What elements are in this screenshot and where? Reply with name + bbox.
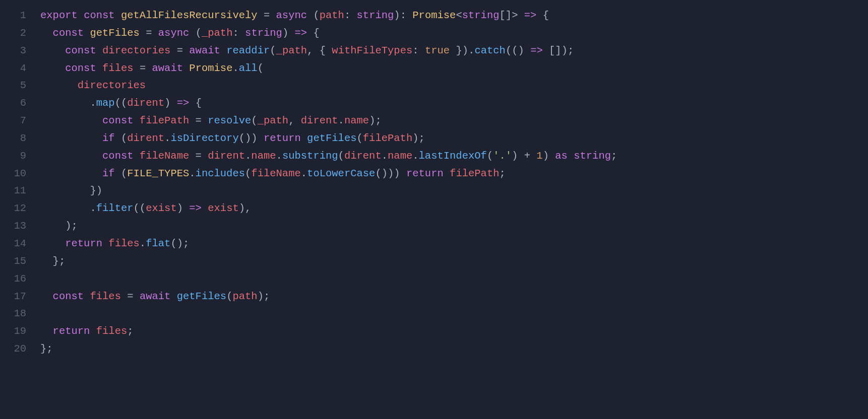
code-line[interactable]: 11 })	[0, 182, 868, 200]
code-content[interactable]: .map((dirent) => {	[40, 95, 868, 112]
code-line[interactable]: 10 if (FILE_TYPES.includes(fileName.toLo…	[0, 165, 868, 183]
code-line[interactable]: 6 .map((dirent) => {	[0, 95, 868, 112]
code-content[interactable]: .filter((exist) => exist),	[40, 200, 868, 218]
code-content[interactable]: );	[40, 218, 868, 235]
code-line[interactable]: 16	[0, 270, 868, 288]
line-number: 10	[0, 165, 40, 183]
line-number: 12	[0, 200, 40, 218]
code-line[interactable]: 4 const files = await Promise.all(	[0, 60, 868, 78]
line-number: 9	[0, 148, 40, 165]
line-number: 2	[0, 25, 40, 42]
code-content[interactable]: const getFiles = async (_path: string) =…	[40, 25, 868, 42]
code-editor[interactable]: 1 export const getAllFilesRecursively = …	[0, 7, 868, 358]
code-line[interactable]: 1 export const getAllFilesRecursively = …	[0, 7, 868, 25]
code-content[interactable]: export const getAllFilesRecursively = as…	[40, 7, 868, 25]
code-line[interactable]: 13 );	[0, 218, 868, 235]
line-number: 19	[0, 323, 40, 340]
line-number: 4	[0, 60, 40, 78]
line-number: 8	[0, 130, 40, 148]
code-content[interactable]: const fileName = dirent.name.substring(d…	[40, 148, 868, 165]
code-line[interactable]: 3 const directories = await readdir(_pat…	[0, 42, 868, 60]
code-content[interactable]: return files;	[40, 323, 868, 340]
code-line[interactable]: 14 return files.flat();	[0, 235, 868, 253]
code-line[interactable]: 2 const getFiles = async (_path: string)…	[0, 25, 868, 42]
code-content[interactable]: };	[40, 253, 868, 270]
line-number: 15	[0, 253, 40, 270]
line-number: 13	[0, 218, 40, 235]
code-line[interactable]: 15 };	[0, 253, 868, 270]
code-content[interactable]: return files.flat();	[40, 235, 868, 253]
code-content[interactable]: const files = await getFiles(path);	[40, 288, 868, 306]
code-line[interactable]: 18	[0, 305, 868, 323]
code-content[interactable]: if (FILE_TYPES.includes(fileName.toLower…	[40, 165, 868, 183]
code-content[interactable]: };	[40, 340, 868, 358]
code-content[interactable]: const filePath = resolve(_path, dirent.n…	[40, 112, 868, 130]
line-number: 6	[0, 95, 40, 112]
line-number: 18	[0, 305, 40, 323]
code-line[interactable]: 8 if (dirent.isDirectory()) return getFi…	[0, 130, 868, 148]
code-line[interactable]: 20 };	[0, 340, 868, 358]
line-number: 20	[0, 340, 40, 358]
code-content[interactable]: const files = await Promise.all(	[40, 60, 868, 78]
code-line[interactable]: 17 const files = await getFiles(path);	[0, 288, 868, 306]
code-line[interactable]: 19 return files;	[0, 323, 868, 340]
line-number: 3	[0, 42, 40, 60]
code-line[interactable]: 9 const fileName = dirent.name.substring…	[0, 148, 868, 165]
code-content[interactable]: directories	[40, 77, 868, 95]
code-line[interactable]: 7 const filePath = resolve(_path, dirent…	[0, 112, 868, 130]
code-line[interactable]: 12 .filter((exist) => exist),	[0, 200, 868, 218]
line-number: 7	[0, 112, 40, 130]
line-number: 11	[0, 182, 40, 200]
line-number: 16	[0, 270, 40, 288]
line-number: 1	[0, 7, 40, 25]
code-content[interactable]: const directories = await readdir(_path,…	[40, 42, 868, 60]
line-number: 5	[0, 77, 40, 95]
code-line[interactable]: 5 directories	[0, 77, 868, 95]
line-number: 17	[0, 288, 40, 306]
code-content[interactable]: })	[40, 182, 868, 200]
code-content[interactable]: if (dirent.isDirectory()) return getFile…	[40, 130, 868, 148]
line-number: 14	[0, 235, 40, 253]
